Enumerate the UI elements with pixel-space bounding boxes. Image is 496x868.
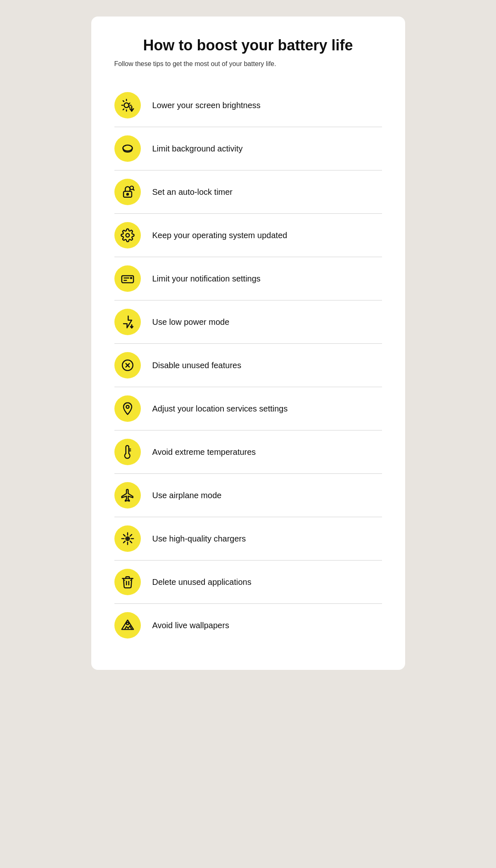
svg-line-29 bbox=[123, 535, 125, 536]
autolock-icon bbox=[114, 179, 141, 205]
tip-label-autolock: Set an auto-lock timer bbox=[152, 187, 233, 197]
trash-icon bbox=[114, 569, 141, 595]
svg-point-15 bbox=[126, 234, 129, 237]
tip-item-background: Limit background activity bbox=[114, 127, 382, 170]
svg-point-12 bbox=[126, 194, 128, 195]
tip-item-delete-apps: Delete unused applications bbox=[114, 561, 382, 604]
svg-point-24 bbox=[126, 405, 129, 408]
svg-line-8 bbox=[123, 109, 123, 110]
svg-line-33 bbox=[123, 541, 125, 543]
svg-point-41 bbox=[126, 622, 129, 625]
brightness-icon bbox=[114, 92, 141, 118]
svg-point-9 bbox=[123, 145, 132, 151]
tip-label-airplane: Use airplane mode bbox=[152, 490, 222, 501]
tip-item-autolock: Set an auto-lock timer bbox=[114, 170, 382, 214]
tip-label-brightness: Lower your screen brightness bbox=[152, 100, 261, 111]
tip-label-wallpapers: Avoid live wallpapers bbox=[152, 620, 229, 631]
location-icon bbox=[114, 395, 141, 422]
tip-item-wallpapers: Avoid live wallpapers bbox=[114, 604, 382, 647]
tip-label-temperature: Avoid extreme temperatures bbox=[152, 447, 256, 457]
svg-line-30 bbox=[130, 541, 132, 543]
charger-icon bbox=[114, 525, 141, 552]
tip-item-low-power: Use low power mode bbox=[114, 300, 382, 344]
tip-label-delete-apps: Delete unused applications bbox=[152, 577, 252, 587]
svg-line-34 bbox=[130, 535, 132, 536]
tip-item-disable-features: Disable unused features bbox=[114, 344, 382, 387]
tip-label-location: Adjust your location services settings bbox=[152, 403, 288, 414]
disable-icon bbox=[114, 352, 141, 378]
tips-list: Lower your screen brightness Limit backg… bbox=[114, 84, 382, 647]
tip-item-chargers: Use high-quality chargers bbox=[114, 517, 382, 561]
svg-line-5 bbox=[123, 101, 123, 102]
tip-label-low-power: Use low power mode bbox=[152, 317, 230, 327]
tip-label-chargers: Use high-quality chargers bbox=[152, 533, 246, 544]
notifications-icon bbox=[114, 265, 141, 292]
wallpaper-icon bbox=[114, 612, 141, 639]
page-subtitle: Follow these tips to get the most out of… bbox=[114, 59, 382, 69]
airplane-icon bbox=[114, 482, 141, 509]
tip-item-location: Adjust your location services settings bbox=[114, 387, 382, 430]
tip-label-background: Limit background activity bbox=[152, 143, 243, 154]
tip-label-disable-features: Disable unused features bbox=[152, 360, 242, 371]
page-title: How to boost your battery life bbox=[114, 36, 382, 54]
settings-icon bbox=[114, 222, 141, 248]
lowpower-icon bbox=[114, 309, 141, 335]
svg-rect-16 bbox=[121, 276, 133, 283]
tip-label-os-update: Keep your operating system updated bbox=[152, 230, 287, 241]
tip-item-os-update: Keep your operating system updated bbox=[114, 214, 382, 257]
tip-label-notifications: Limit your notification settings bbox=[152, 273, 261, 284]
tip-item-brightness: Lower your screen brightness bbox=[114, 84, 382, 127]
svg-line-7 bbox=[129, 103, 130, 104]
svg-point-0 bbox=[124, 103, 128, 108]
svg-point-19 bbox=[131, 277, 132, 279]
tip-item-notifications: Limit your notification settings bbox=[114, 257, 382, 300]
svg-line-14 bbox=[133, 189, 134, 190]
temperature-icon bbox=[114, 439, 141, 465]
main-card: How to boost your battery life Follow th… bbox=[91, 17, 405, 670]
background-icon bbox=[114, 135, 141, 162]
tip-item-temperature: Avoid extreme temperatures bbox=[114, 430, 382, 474]
tip-item-airplane: Use airplane mode bbox=[114, 474, 382, 517]
svg-line-6 bbox=[129, 107, 130, 108]
